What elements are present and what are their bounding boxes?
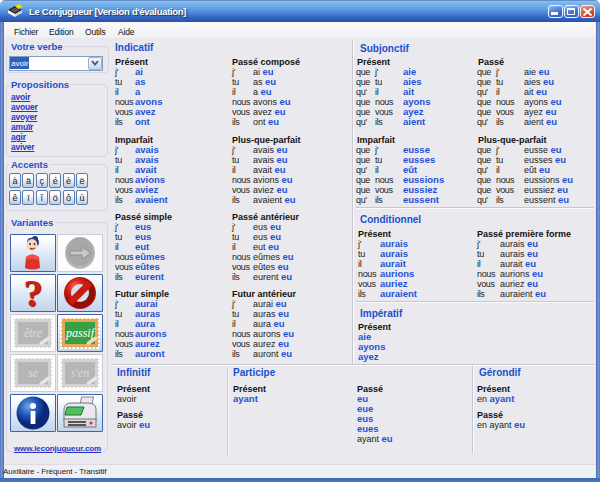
svg-text:être: être bbox=[24, 326, 43, 340]
svg-text:se: se bbox=[28, 366, 39, 380]
svg-text:s'en: s'en bbox=[71, 366, 90, 380]
svg-text:passif: passif bbox=[65, 326, 96, 340]
